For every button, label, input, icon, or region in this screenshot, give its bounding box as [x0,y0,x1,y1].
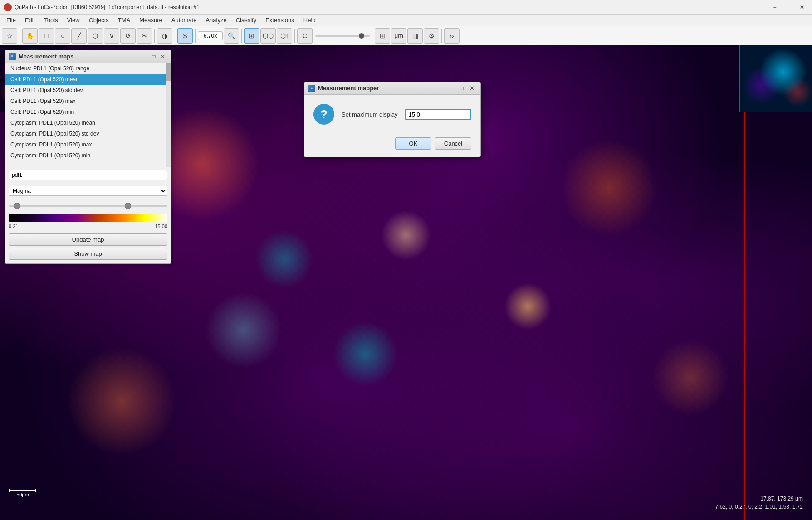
toolbar-move-btn[interactable]: ✋ [22,28,38,44]
toolbar-separator-6 [294,29,295,43]
toolbar: ☆ ✋ □ ○ ╱ ⬡ ∨ ↺ ✂ ◑ S 6.70x 🔍 ⊞ ⬡⬡ ⬡↑ C … [0,26,812,45]
mapper-dialog-icon: ≡ [308,85,315,92]
max-value: 15.00 [155,224,167,229]
range-thumb-min[interactable] [14,203,20,209]
menu-automate[interactable]: Automate [167,16,201,24]
toolbar-s-btn[interactable]: S [177,28,193,44]
update-map-button[interactable]: Update map [9,233,167,246]
toolbar-rect-btn[interactable]: □ [39,28,54,44]
minimize-button[interactable]: − [768,1,781,14]
menu-objects[interactable]: Objects [84,16,113,24]
list-item-cytoplasm-std[interactable]: Cytoplasm: PDL1 (Opal 520) std dev [5,128,171,139]
main-viewport[interactable]: 50μm 17.87, 173.29 μm 7.62, 0, 0.27, 0, … [0,45,812,520]
panel-content: Nucleus: PDL1 (Opal 520) range Cell: PDL… [5,63,171,263]
menu-file[interactable]: File [2,16,20,24]
menu-extensions[interactable]: Extensions [261,16,299,24]
toolbar-grid-btn[interactable]: ⊞ [244,28,259,44]
app-icon [4,3,12,11]
list-scrollbar-thumb[interactable] [166,63,171,81]
measurement-maps-titlebar: ≡ Measurement maps □ ✕ [5,50,171,63]
panel-icon: ≡ [9,53,16,60]
list-item-nucleus-range[interactable]: Nucleus: PDL1 (Opal 520) range [5,63,171,74]
toolbar-separator-8 [441,29,442,43]
toolbar-separator-4 [195,29,196,43]
colormap-select[interactable]: Magma Viridis Plasma Inferno Hot Cool Ra… [9,186,167,196]
toolbar-more-btn[interactable]: ›› [444,28,460,44]
menu-edit[interactable]: Edit [20,16,39,24]
measurement-maps-panel: ≡ Measurement maps □ ✕ Nucleus: PDL1 (Op… [5,50,171,264]
titlebar: QuPath - LuCa-7color_[13860,52919]_1x1co… [0,0,812,15]
red-border-right [744,45,745,520]
list-item-cell-min[interactable]: Cell: PDL1 (Opal 520) min [5,107,171,117]
coordinates-display: 17.87, 173.29 μm 7.62, 0, 0.27, 0, 2.2, … [715,495,803,511]
colormap-gradient [9,214,167,222]
menu-tma[interactable]: TMA [113,16,135,24]
coord-line-2: 7.62, 0, 0.27, 0, 2.2, 1.01, 1.58, 1.72 [715,503,803,511]
menu-help[interactable]: Help [299,16,320,24]
range-thumb-max[interactable] [125,203,131,209]
toolbar-c-btn[interactable]: C [297,28,313,44]
scale-label: 50μm [9,492,36,497]
toolbar-scissors-btn[interactable]: ✂ [137,28,152,44]
range-track [9,205,167,207]
menu-tools[interactable]: Tools [39,16,62,24]
list-item-cytoplasm-min[interactable]: Cytoplasm: PDL1 (Opal 520) min [5,150,171,161]
scale-line [9,490,36,491]
panel-minimize-button[interactable]: □ [149,52,158,61]
scale-bar: 50μm [9,490,36,497]
toolbar-ann-btn[interactable]: ⬡↑ [277,28,292,44]
list-item-cytoplasm-mean[interactable]: Cytoplasm: PDL1 (Opal 520) mean [5,117,171,128]
mapper-cancel-button[interactable]: Cancel [435,137,471,150]
menu-measure[interactable]: Measure [135,16,167,24]
list-item-cytoplasm-max[interactable]: Cytoplasm: PDL1 (Opal 520) max [5,139,171,150]
close-button[interactable]: ✕ [796,1,808,14]
menu-analyze[interactable]: Analyze [201,16,231,24]
toolbar-slider-container [315,35,370,37]
mapper-label: Set maximum display [342,111,398,118]
slider-row [5,199,171,212]
mapper-close-button[interactable]: ✕ [467,83,477,93]
toolbar-opacity-slider[interactable] [315,35,370,37]
toolbar-ellipse-btn[interactable]: ○ [55,28,70,44]
search-input[interactable] [9,170,167,180]
toolbar-separator-7 [372,29,372,43]
zoom-level: 6.70x [198,31,223,40]
mapper-ok-button[interactable]: OK [395,137,431,150]
restore-button[interactable]: □ [782,1,795,14]
mapper-input[interactable] [405,109,471,120]
toolbar-zoom-btn[interactable]: 🔍 [224,28,239,44]
toolbar-contrast-btn[interactable]: ◑ [157,28,172,44]
list-item-cell-max[interactable]: Cell: PDL1 (Opal 520) max [5,96,171,107]
panel-buttons: Update map Show map [5,232,171,263]
mapper-dialog-footer: OK Cancel [304,134,480,157]
panel-title: Measurement maps [19,53,149,60]
show-map-button[interactable]: Show map [9,248,167,260]
coord-line-1: 17.87, 173.29 μm [715,495,803,503]
colormap-row: Magma Viridis Plasma Inferno Hot Cool Ra… [5,183,171,199]
list-item-cell-std[interactable]: Cell: PDL1 (Opal 520) std dev [5,85,171,96]
list-item-cell-mean[interactable]: Cell: PDL1 (Opal 520) mean [5,74,171,85]
mapper-dialog: ≡ Measurement mapper − □ ✕ ? Set maximum… [304,82,481,157]
toolbar-grid2-btn[interactable]: ▦ [407,28,423,44]
toolbar-line-btn[interactable]: ╱ [71,28,87,44]
mapper-minimize-button[interactable]: − [447,83,457,93]
toolbar-gear-btn[interactable]: ⚙ [424,28,439,44]
toolbar-cells-btn[interactable]: ⬡⬡ [260,28,276,44]
range-slider[interactable] [9,202,167,211]
toolbar-separator-1 [20,29,20,43]
menu-classify[interactable]: Classify [231,16,261,24]
menu-view[interactable]: View [63,16,84,24]
toolbar-star-btn[interactable]: ☆ [2,28,17,44]
toolbar-brush-btn[interactable]: ↺ [120,28,136,44]
toolbar-polyline-btn[interactable]: ∨ [104,28,119,44]
toolbar-polygon-btn[interactable]: ⬡ [88,28,103,44]
toolbar-table-btn[interactable]: ⊞ [375,28,390,44]
mapper-restore-button[interactable]: □ [457,83,467,93]
toolbar-separator-2 [154,29,155,43]
measurement-list[interactable]: Nucleus: PDL1 (Opal 520) range Cell: PDL… [5,63,171,167]
menubar: File Edit Tools View Objects TMA Measure… [0,15,812,26]
panel-close-button[interactable]: ✕ [158,52,167,61]
list-scrollbar[interactable] [166,63,171,167]
question-icon: ? [313,104,334,125]
toolbar-measure-btn[interactable]: μm [391,28,406,44]
